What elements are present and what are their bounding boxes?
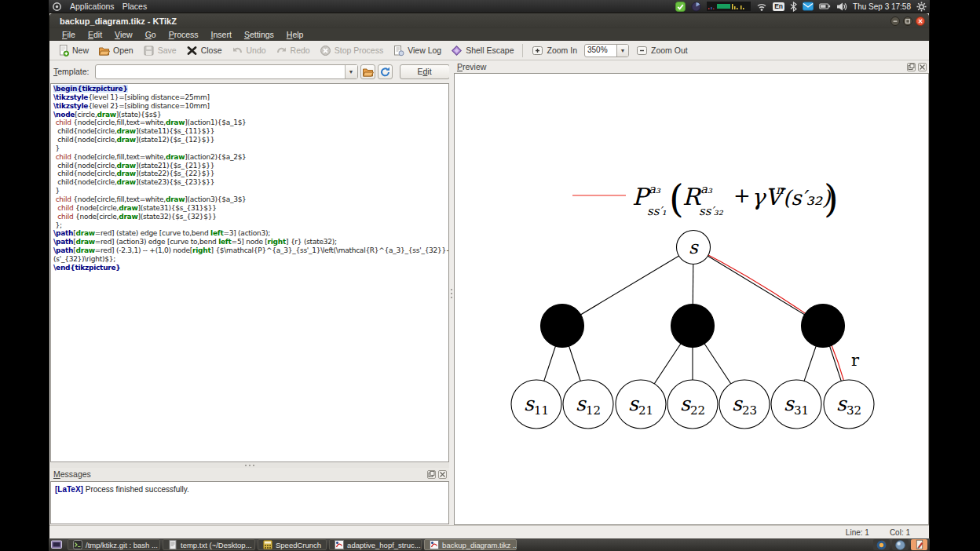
- code-line: \path[draw=red] (-2.3,1) -- +(1,0) node[…: [53, 246, 448, 255]
- session-gear-icon[interactable]: [916, 2, 927, 12]
- template-reload-button[interactable]: [378, 64, 393, 79]
- messages-close-button[interactable]: [438, 470, 447, 479]
- maximize-button[interactable]: [903, 16, 912, 26]
- titlebar[interactable]: backup_diagram.tikz - KTikZ: [49, 13, 929, 28]
- task-button-1[interactable]: /tmp/ktikz.git : bash ...: [68, 539, 160, 550]
- toolbar-separator: [522, 44, 523, 57]
- updates-ok-icon[interactable]: [675, 2, 686, 12]
- preview-title: Preview: [457, 62, 486, 71]
- undo-icon: [232, 45, 243, 57]
- places-menu[interactable]: Places: [122, 2, 148, 11]
- menu-process[interactable]: Process: [163, 30, 205, 39]
- template-open-button[interactable]: [360, 64, 375, 79]
- formula-fragment: +: [733, 184, 751, 207]
- menu-edit[interactable]: Edit: [82, 30, 108, 39]
- show-desktop-icon[interactable]: [51, 540, 63, 550]
- audio-spectrum-icon[interactable]: [707, 2, 751, 11]
- zoom-combo-arrow[interactable]: ▼: [616, 45, 628, 57]
- toolbar: NewOpenSaveCloseUndoRedoStop ProcessView…: [49, 41, 929, 60]
- code-line: \end{tikzpicture}: [53, 264, 448, 272]
- toolbar-button-label: Undo: [247, 46, 266, 55]
- code-line: child{node[circle,draw](state12){$s_{12}…: [53, 136, 448, 144]
- app-orb-icon[interactable]: [892, 539, 909, 550]
- minimize-button[interactable]: [890, 16, 900, 26]
- code-editor[interactable]: \begin{tikzpicture}\tikzstyle{level 1}=[…: [50, 83, 449, 462]
- message-source-badge: [LaTeX]: [55, 485, 83, 494]
- messages-log: [LaTeX] Process finished successfully.: [50, 481, 449, 524]
- zoom-in-button[interactable]: Zoom In: [527, 43, 582, 58]
- menu-go[interactable]: Go: [139, 30, 163, 39]
- code-line: child {node[circle,draw](state32){$s_{32…: [53, 213, 448, 221]
- preview-canvas: Pa₃ss′₁(Ra₃ss′₃₂+γVπ(s′₃₂))sa1a2a3s11s12…: [454, 73, 929, 525]
- task-button-5[interactable]: backup_diagram.tikz ...: [424, 539, 517, 550]
- messages-title: Messages: [53, 469, 91, 479]
- redo-icon: [276, 45, 287, 57]
- code-line: \tikzstyle{level 2}=[sibling distance=10…: [53, 102, 448, 111]
- toolbar-button-label: Zoom Out: [651, 46, 688, 55]
- zoom-level-value[interactable]: 350%: [585, 45, 616, 57]
- bluetooth-icon[interactable]: [790, 2, 797, 12]
- code-line: }: [53, 187, 448, 195]
- new-button[interactable]: New: [53, 43, 93, 58]
- template-combo-arrow[interactable]: ▼: [345, 65, 357, 78]
- task-button-3[interactable]: SpeedCrunch: [258, 539, 327, 550]
- open-folder-icon: [98, 45, 110, 57]
- system-tray: EnThu Sep 3 17:58: [675, 2, 930, 12]
- preview-float-button[interactable]: [907, 63, 916, 71]
- active-app-icon[interactable]: [911, 539, 927, 550]
- preview-close-button[interactable]: [918, 63, 927, 71]
- view-log-button[interactable]: View Log: [388, 43, 446, 58]
- menu-file[interactable]: File: [56, 30, 82, 39]
- firefox-icon[interactable]: [873, 539, 890, 550]
- task-button-2[interactable]: temp.txt (~/Desktop...: [163, 539, 255, 550]
- code-line: child{node[circle,draw](state21){$s_{21}…: [53, 162, 448, 170]
- messages-panel-header: Messages: [50, 468, 449, 480]
- code-line: child{node[circle,draw](state22){$s_{22}…: [53, 170, 448, 178]
- message-text: Process finished successfully.: [83, 485, 189, 494]
- open-button[interactable]: Open: [93, 43, 138, 58]
- template-edit-button[interactable]: Edit: [400, 64, 450, 79]
- code-line: child{node[circle,draw](state11){$s_{11}…: [53, 127, 448, 136]
- close-button[interactable]: Close: [181, 43, 227, 58]
- save-icon: [143, 45, 155, 57]
- text-editor-icon: [168, 540, 177, 549]
- distributor-logo-icon[interactable]: [52, 2, 62, 12]
- mail-icon[interactable]: [803, 2, 814, 11]
- toolbar-button-label: Redo: [291, 46, 310, 55]
- zoom-level-combo[interactable]: 350%▼: [584, 44, 629, 57]
- battery-icon[interactable]: [819, 2, 831, 11]
- top-panel: Applications Places EnThu Sep 3 17:58: [49, 0, 930, 13]
- template-combo[interactable]: ▼: [95, 64, 358, 79]
- close-window-button[interactable]: [916, 16, 925, 26]
- terminal-icon: [73, 540, 82, 549]
- code-line: \path[draw=red] (action3) edge [curve to…: [53, 238, 448, 246]
- diagram-node-label-s: s: [689, 237, 699, 257]
- messages-float-button[interactable]: [427, 470, 436, 479]
- menu-insert[interactable]: Insert: [205, 30, 238, 39]
- code-line: child {node[circle,fill,text=white,draw]…: [53, 153, 448, 162]
- keyboard-layout-indicator[interactable]: En: [773, 2, 784, 11]
- volume-icon[interactable]: [836, 2, 847, 12]
- template-input[interactable]: [96, 65, 345, 78]
- menu-help[interactable]: Help: [280, 30, 310, 39]
- zoom-out-button[interactable]: Zoom Out: [631, 43, 693, 58]
- code-line: child{node[circle,draw](state23){$s_{23}…: [53, 178, 448, 187]
- view-log-icon: [393, 45, 404, 57]
- formula-fragment: (: [669, 177, 684, 221]
- formula-fragment: ss′₁: [647, 204, 667, 218]
- code-line: \node[circle,draw](state){$s$}: [53, 111, 448, 119]
- task-button-4[interactable]: adaptive_hopf_struc...: [329, 539, 422, 550]
- menu-view[interactable]: View: [108, 30, 139, 39]
- toolbar-button-label: Stop Process: [335, 46, 383, 55]
- shell-escape-button[interactable]: Shell Escape: [446, 43, 518, 58]
- new-document-icon: [57, 45, 69, 57]
- menu-settings[interactable]: Settings: [238, 30, 280, 39]
- status-line-indicator: Line: 1: [846, 528, 869, 537]
- clock[interactable]: Thu Sep 3 17:58: [853, 2, 911, 11]
- wifi-icon[interactable]: [756, 2, 767, 12]
- toolbar-button-label: New: [72, 46, 89, 55]
- time-tracker-icon[interactable]: [691, 2, 701, 12]
- applications-menu[interactable]: Applications: [70, 2, 115, 11]
- window-title: backup_diagram.tikz - KTikZ: [60, 16, 177, 26]
- task-button-label: SpeedCrunch: [276, 541, 321, 549]
